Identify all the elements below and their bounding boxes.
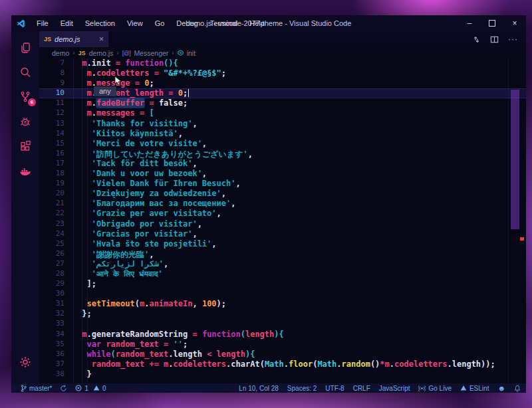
scrollbar-thumb[interactable] [511, 90, 519, 229]
desktop-wallpaper: { "window": { "title": "demo.js - vscode… [0, 0, 532, 408]
code-line[interactable]: setTimeout(m.animateIn, 100); [77, 299, 526, 309]
code-line[interactable]: 'आने के लिए धंयवाद' [77, 269, 526, 279]
error-marker [520, 237, 524, 241]
open-changes-icon[interactable] [472, 35, 481, 44]
code-line[interactable]: 'Gracias por visitar', [77, 229, 526, 239]
code-line[interactable]: '謝謝你的光臨', [77, 249, 526, 259]
line-number: 22 [39, 209, 65, 219]
line-number: 29 [39, 279, 65, 289]
window-title: demo.js - vscode-2077-theme - Visual Stu… [186, 15, 352, 31]
branch-status[interactable]: master* [21, 385, 52, 392]
menu-item-selection[interactable]: Selection [79, 15, 121, 31]
code-line[interactable] [77, 319, 526, 329]
bug-icon [19, 115, 32, 128]
split-editor-icon[interactable] [490, 35, 499, 44]
code-line[interactable]: 'Tack för ditt besök', [77, 159, 526, 169]
line-number: 31 [39, 299, 65, 309]
namespace-icon: [@] [122, 50, 131, 56]
line-number: 32 [39, 309, 65, 319]
code-line[interactable]: 'Grazie per aver visitato', [77, 209, 526, 219]
settings-gear-button[interactable] [11, 350, 39, 374]
eslint-status[interactable]: ESLint [460, 385, 489, 392]
more-actions-icon[interactable]: ··· [508, 35, 518, 44]
code-editor[interactable]: 7891011121314151617181920212223242526272… [39, 58, 526, 383]
menu-item-edit[interactable]: Edit [55, 15, 79, 31]
problems-status[interactable]: 1 0 [75, 385, 106, 392]
maximize-button[interactable] [481, 15, 503, 31]
feedback-smiley-icon[interactable]: ☻ [497, 384, 505, 392]
sidebar-item-explorer[interactable] [11, 35, 39, 60]
sidebar-item-extensions[interactable] [11, 134, 39, 158]
code-line[interactable]: 'شكرا لزيارتكم', [77, 259, 526, 269]
extensions-icon [19, 140, 32, 153]
indentation[interactable]: Spaces: 2 [287, 385, 317, 392]
window-controls: – × [458, 15, 526, 31]
code-line[interactable]: m.generateRandomString = function(length… [77, 330, 526, 340]
code-line[interactable]: m.message = 0; [77, 78, 526, 88]
cursor-position[interactable]: Ln 10, Col 28 [239, 385, 279, 392]
eol-sequence[interactable]: CRLF [353, 385, 370, 392]
minimize-button[interactable]: – [458, 15, 481, 31]
code-line[interactable]: m.init = function(){ [77, 58, 526, 68]
go-live-label: Go Live [428, 385, 451, 392]
code-line[interactable]: 'Thanks for visiting', [77, 119, 526, 129]
line-number: 25 [39, 239, 65, 249]
sidebar-item-source-control[interactable]: 6 [11, 84, 39, 109]
method-icon [178, 49, 184, 57]
editor-actions: ··· [472, 31, 526, 47]
code-area[interactable]: m.init = function(){ m.codeletters = "&#… [73, 58, 526, 383]
sidebar-item-docker[interactable] [11, 158, 39, 183]
code-line[interactable]: m.curreanynt_length = 0; [77, 88, 526, 98]
hover-anchor: curreany [96, 88, 120, 98]
code-line[interactable]: ]; [77, 279, 526, 289]
code-line[interactable]: '訪問していただきありがとうございます', [77, 149, 526, 159]
code-line[interactable]: } [77, 369, 526, 379]
encoding[interactable]: UTF-8 [325, 385, 344, 392]
go-live-button[interactable]: Go Live [418, 385, 451, 392]
line-number: 30 [39, 289, 65, 299]
code-line[interactable]: m.codeletters = "&#*+%?£@§$"; [77, 68, 526, 78]
breadcrumb-symbol-messenger[interactable]: Messenger [134, 49, 168, 57]
tab-demo-js[interactable]: JS demo.js × [39, 31, 108, 47]
line-number: 18 [39, 169, 65, 179]
sidebar-item-debug[interactable] [11, 109, 39, 134]
sync-button[interactable] [60, 385, 67, 392]
tab-label: demo.js [55, 35, 80, 43]
code-line[interactable]: 'Vielen Dank für Ihren Besuch', [77, 179, 526, 189]
breadcrumb-symbol-init[interactable]: init [187, 49, 196, 57]
menu-item-go[interactable]: Go [149, 15, 171, 31]
text-caret [188, 89, 190, 97]
notifications-bell-icon[interactable] [514, 385, 521, 392]
close-button[interactable]: × [503, 15, 526, 31]
breadcrumb-folder[interactable]: demo [52, 49, 69, 57]
code-line[interactable]: 'Dank u voor uw bezoek', [77, 169, 526, 179]
line-number: 13 [39, 119, 65, 129]
line-number: 33 [39, 319, 65, 329]
code-line[interactable]: m.fadeBuffer = false; [77, 98, 526, 108]
code-line[interactable]: 'Obrigado por visitar', [77, 219, 526, 229]
line-number: 35 [39, 340, 65, 350]
code-line[interactable]: random_text += m.codeletters.charAt(Math… [77, 359, 526, 369]
code-line[interactable]: 'Hvala što ste posjetili', [77, 239, 526, 249]
code-line[interactable] [77, 289, 526, 299]
breadcrumb-file[interactable]: demo.js [89, 49, 114, 57]
code-line[interactable]: var random_text = ''; [77, 340, 526, 350]
code-line[interactable]: while(random_text.length < length){ [77, 350, 526, 359]
language-mode[interactable]: JavaScript [379, 385, 410, 392]
code-line[interactable]: }; [77, 309, 526, 319]
line-number: 10 [39, 88, 65, 98]
tab-close-icon[interactable]: × [99, 35, 104, 44]
sidebar-item-search[interactable] [11, 60, 39, 84]
menu-item-file[interactable]: File [31, 15, 55, 31]
breadcrumb: demo › JS demo.js › [@] Messenger › init [39, 47, 526, 58]
breadcrumb-separator: › [116, 49, 118, 56]
code-line[interactable]: 'Merci de votre visite', [77, 139, 526, 149]
code-line[interactable]: 'Kiitos käynnistä', [77, 129, 526, 139]
search-icon [19, 66, 32, 79]
code-line[interactable]: 'Благодарим вас за посещение', [77, 199, 526, 209]
menu-item-view[interactable]: View [121, 15, 149, 31]
code-line[interactable]: m.messages = [ [77, 108, 526, 118]
line-number: 20 [39, 189, 65, 199]
error-icon [75, 385, 82, 391]
code-line[interactable]: 'Dziękujemy za odwiedzenie', [77, 189, 526, 199]
